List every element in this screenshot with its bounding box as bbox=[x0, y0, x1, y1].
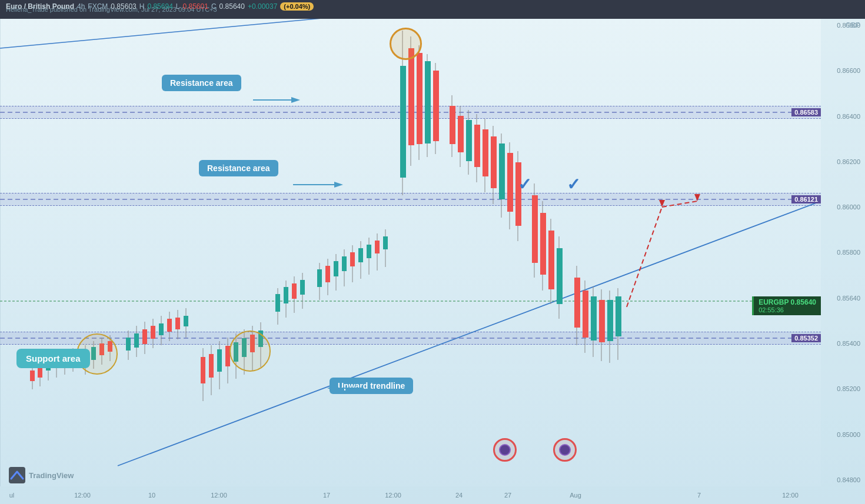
svg-line-133 bbox=[627, 207, 662, 307]
svg-rect-60 bbox=[275, 294, 280, 312]
svg-rect-42 bbox=[184, 316, 188, 326]
signal-circle-1 bbox=[493, 438, 517, 462]
svg-rect-66 bbox=[300, 280, 305, 295]
svg-rect-80 bbox=[367, 245, 371, 258]
price-0.852: 0.85200 bbox=[826, 385, 860, 392]
time-27: 27 bbox=[504, 492, 511, 499]
time-24: 24 bbox=[455, 492, 463, 499]
time-aug: Aug bbox=[570, 492, 581, 499]
time-7: 7 bbox=[697, 492, 701, 499]
svg-rect-70 bbox=[325, 266, 330, 282]
arrow-top bbox=[253, 94, 300, 106]
svg-rect-98 bbox=[458, 116, 464, 152]
candle-decline bbox=[532, 183, 563, 319]
high-price: 0.85694 bbox=[147, 2, 172, 11]
change-pct-badge: (+0.04%) bbox=[280, 2, 314, 11]
svg-rect-128 bbox=[599, 300, 605, 342]
svg-rect-40 bbox=[175, 318, 180, 329]
price-0.862: 0.86200 bbox=[826, 158, 860, 165]
svg-rect-114 bbox=[532, 195, 538, 263]
time-12h-3: 12:00 bbox=[385, 492, 401, 499]
svg-marker-140 bbox=[334, 182, 343, 188]
svg-rect-108 bbox=[499, 143, 505, 199]
checkmark-1: ✓ bbox=[518, 175, 531, 194]
svg-marker-138 bbox=[291, 97, 300, 103]
support-area-label: Support area bbox=[16, 349, 90, 368]
timeframe: 4h bbox=[77, 2, 85, 11]
price-label-r2: 0.86121 bbox=[791, 195, 821, 203]
currency-label: GBP bbox=[846, 21, 860, 29]
svg-rect-120 bbox=[557, 248, 563, 304]
price-0.858: 0.85800 bbox=[826, 249, 860, 256]
svg-rect-8 bbox=[30, 371, 35, 381]
time-12h-4: 12:00 bbox=[782, 492, 799, 499]
price-0.864: 0.86400 bbox=[826, 113, 860, 120]
open-price: 0.85603 bbox=[111, 2, 136, 11]
svg-rect-48 bbox=[217, 349, 222, 372]
price-label-r1: 0.86583 bbox=[791, 108, 821, 116]
svg-rect-88 bbox=[408, 48, 414, 145]
resistance-area-mid-label: Resistance area bbox=[199, 160, 278, 176]
time-jul: ul bbox=[9, 492, 15, 499]
time-17: 17 bbox=[323, 492, 330, 499]
svg-rect-34 bbox=[151, 326, 155, 339]
tv-logo-icon bbox=[9, 467, 25, 483]
low-label: L bbox=[176, 2, 180, 11]
symbol-name: Euro / British Pound bbox=[6, 2, 74, 11]
candle-group-17 bbox=[317, 229, 388, 300]
chart-svg bbox=[0, 19, 821, 486]
arrow-mid bbox=[293, 179, 343, 191]
svg-rect-143 bbox=[9, 467, 25, 483]
svg-rect-28 bbox=[126, 338, 131, 351]
checkmark-2: ✓ bbox=[567, 175, 580, 194]
svg-rect-38 bbox=[167, 319, 172, 332]
price-0.848: 0.84800 bbox=[826, 476, 860, 483]
svg-rect-116 bbox=[540, 213, 546, 275]
svg-rect-46 bbox=[209, 354, 214, 378]
svg-marker-142 bbox=[327, 385, 336, 391]
candle-group-27 bbox=[574, 266, 621, 363]
svg-rect-96 bbox=[450, 106, 455, 144]
chart-area: Resistance area Resistance area Upward t… bbox=[0, 19, 821, 486]
tradingview-watermark: TradingView bbox=[9, 467, 74, 483]
price-0.856: 0.85640 bbox=[826, 295, 860, 302]
svg-rect-82 bbox=[375, 241, 380, 253]
svg-rect-124 bbox=[583, 291, 588, 338]
svg-rect-102 bbox=[474, 125, 480, 167]
svg-rect-126 bbox=[591, 296, 597, 341]
svg-rect-68 bbox=[317, 269, 322, 287]
tradingview-text: TradingView bbox=[29, 471, 74, 480]
arrow-trendline bbox=[327, 382, 362, 394]
svg-rect-78 bbox=[358, 248, 363, 262]
svg-rect-118 bbox=[548, 231, 554, 289]
time-12h-1: 12:00 bbox=[74, 492, 91, 499]
exchange: FXCM bbox=[88, 2, 108, 11]
svg-rect-122 bbox=[574, 278, 580, 328]
svg-rect-86 bbox=[400, 66, 406, 178]
svg-rect-100 bbox=[466, 120, 472, 161]
svg-rect-84 bbox=[383, 236, 388, 249]
svg-rect-30 bbox=[134, 333, 139, 348]
current-price-badge: EURGBP 0.85640 02:55:36 bbox=[752, 296, 821, 315]
candle-group-24 bbox=[450, 95, 521, 241]
change-value: +0.00037 bbox=[248, 2, 277, 11]
price-0.850: 0.85000 bbox=[826, 431, 860, 438]
signal-circle-2 bbox=[553, 438, 577, 462]
high-label: H bbox=[139, 2, 145, 11]
svg-rect-92 bbox=[425, 61, 431, 143]
svg-marker-135 bbox=[659, 200, 665, 207]
svg-rect-64 bbox=[292, 283, 297, 299]
price-0.866: 0.86600 bbox=[826, 67, 860, 74]
price-0.860: 0.86000 bbox=[826, 203, 860, 211]
time-axis: ul 12:00 10 12:00 17 12:00 24 27 Aug 7 1… bbox=[0, 486, 865, 504]
svg-rect-90 bbox=[417, 53, 422, 144]
svg-line-2 bbox=[118, 201, 821, 466]
close-label: C bbox=[211, 2, 217, 11]
svg-rect-36 bbox=[159, 323, 164, 335]
highlight-circle-2 bbox=[229, 331, 271, 372]
svg-rect-130 bbox=[607, 300, 613, 341]
svg-rect-110 bbox=[507, 153, 513, 212]
svg-rect-94 bbox=[433, 71, 439, 141]
svg-rect-32 bbox=[142, 329, 147, 344]
time-12h-2: 12:00 bbox=[211, 492, 227, 499]
